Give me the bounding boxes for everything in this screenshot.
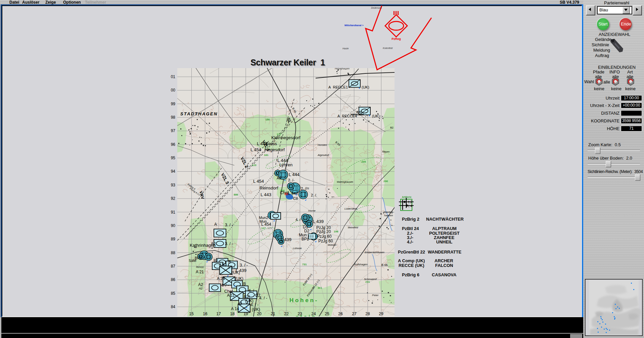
svg-text:t 4: t 4 (408, 204, 412, 208)
svg-text:Dedensen: Dedensen (371, 7, 382, 9)
svg-text:Mittellandkanal >: Mittellandkanal > (344, 24, 364, 26)
svg-text:Kolenfeld: Kolenfeld (383, 47, 393, 49)
svg-text:Haste: Haste (342, 47, 349, 50)
svg-text:t 2: t 2 (408, 200, 412, 204)
svg-text:PzReg: PzReg (392, 37, 401, 41)
svg-text:Artillerie: Artillerie (402, 196, 412, 198)
svg-text:Hetorghausen: Hetorghausen (335, 67, 350, 70)
